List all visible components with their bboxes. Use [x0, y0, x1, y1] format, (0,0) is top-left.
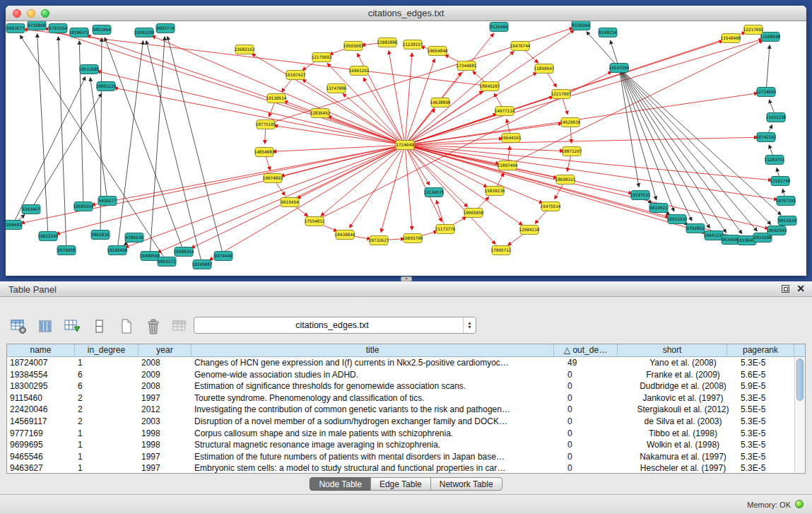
new-table-button[interactable] [116, 317, 137, 337]
table-row[interactable]: 969969511998Structural magnetic resonanc… [7, 439, 805, 451]
graph-node[interactable]: 16107427 [286, 71, 306, 80]
graph-node[interactable]: 19565683 [343, 42, 364, 51]
graph-node[interactable]: 9788539 [125, 233, 143, 243]
graph-node[interactable]: 18439844 [335, 230, 355, 240]
graph-node[interactable]: 17344081 [457, 62, 477, 71]
graph-node[interactable]: 14854083 [254, 148, 275, 157]
column-header-name[interactable]: name [7, 344, 75, 356]
graph-node[interactable]: 16476744 [510, 42, 531, 51]
table-settings-button[interactable] [8, 317, 30, 337]
table-row[interactable]: 911546021997Tourette syndrome. Phenomeno… [7, 392, 805, 404]
table-selector-combo[interactable]: citations_edges.txt ▲▼ [194, 317, 476, 334]
graph-node[interactable]: 10391209 [134, 28, 155, 37]
graph-node[interactable]: 16055709 [403, 234, 423, 243]
graph-node[interactable]: 9615454 [281, 198, 299, 207]
graph-node[interactable]: 19965958 [464, 209, 484, 218]
graph-node[interactable]: 16961262 [349, 66, 370, 76]
graph-node[interactable]: 9260493 [6, 221, 22, 230]
graph-node[interactable]: 12217092 [743, 25, 764, 35]
graph-node[interactable]: 10742102 [756, 133, 777, 142]
graph-node[interactable]: 15475514 [541, 202, 561, 211]
graph-node[interactable]: 19130514 [266, 94, 287, 103]
graph-node[interactable]: 15134575 [424, 188, 445, 197]
graph-node[interactable]: 11850547 [534, 64, 555, 74]
graph-node[interactable]: 12904118 [519, 226, 540, 235]
table-row[interactable]: 1830029562008Estimation of significance … [7, 380, 805, 392]
graph-node[interactable]: 12724693 [756, 88, 777, 97]
graph-node[interactable]: 9436277 [98, 197, 117, 206]
graph-node[interactable]: 11431238 [766, 113, 787, 122]
graph-node[interactable]: 17095712 [491, 246, 512, 255]
graph-node[interactable]: 10553310 [667, 215, 688, 224]
graph-node[interactable]: 9974449 [214, 252, 233, 261]
graph-node[interactable]: 9792554 [49, 24, 67, 33]
graph-node[interactable]: 10871297 [562, 147, 582, 156]
graph-node[interactable]: 15820236 [485, 187, 505, 196]
float-panel-icon[interactable] [782, 285, 789, 293]
graph-node[interactable]: 14977114 [495, 107, 515, 116]
tab-network-table[interactable]: Network Table [430, 477, 502, 491]
column-header-short[interactable]: short [618, 344, 727, 356]
tab-edge-table[interactable]: Edge Table [370, 477, 431, 491]
table-row[interactable]: 2242004622012Investigating the contribut… [7, 404, 805, 416]
graph-node[interactable]: 9862916 [91, 230, 110, 240]
graph-node[interactable]: 9811929 [778, 216, 796, 226]
graph-node[interactable]: 10197533 [630, 191, 651, 200]
graph-node[interactable]: 10861229 [96, 82, 117, 91]
graph-node[interactable]: 10585354 [73, 202, 94, 211]
panel-resize-handle[interactable]: ▾ [401, 276, 412, 281]
table-row[interactable]: 1938455462009Genome-wide association stu… [7, 369, 805, 381]
graph-node[interactable]: 1724049 [396, 141, 414, 150]
graph-node[interactable]: 20732627 [369, 236, 389, 245]
graph-node[interactable]: 12161748 [770, 177, 791, 186]
table-row[interactable]: 946554611997Estimation of the future num… [7, 451, 805, 463]
graph-node[interactable]: 11807404 [498, 161, 518, 170]
table-row[interactable]: 1456911722003Disruption of a novel membe… [7, 416, 805, 428]
graph-node[interactable]: 9735068 [28, 21, 46, 30]
apply-table-button[interactable] [62, 317, 83, 337]
column-header-pagerank[interactable]: pagerank [727, 344, 794, 356]
graph-node[interactable]: 8248214 [599, 28, 617, 37]
column-header-out-de[interactable]: △ out_de… [554, 344, 618, 356]
graph-node[interactable]: 9603774 [156, 24, 175, 33]
graph-node[interactable]: 22082886 [377, 38, 398, 47]
window-titlebar[interactable]: citations_edges.txt [6, 6, 806, 21]
graph-node[interactable]: 12836452 [310, 109, 331, 118]
graph-node[interactable]: 11548408 [721, 34, 741, 43]
graph-node[interactable]: 21173776 [435, 225, 456, 234]
scrollbar-thumb[interactable] [796, 358, 804, 401]
column-header-title[interactable]: title [192, 344, 554, 356]
graph-node[interactable]: 13747886 [326, 84, 347, 93]
graph-node[interactable]: 10502593 [767, 226, 787, 235]
tab-node-table[interactable]: Node Table [310, 477, 371, 491]
graph-node[interactable]: 12175093 [312, 53, 332, 62]
graph-node[interactable]: 18945207 [480, 82, 500, 91]
graph-node[interactable]: 16647294 [609, 64, 630, 73]
graph-node[interactable]: 10511685 [79, 65, 100, 74]
graph-node[interactable]: 10022344 [38, 232, 59, 241]
graph-node[interactable]: 10767355 [776, 197, 796, 206]
graph-node[interactable]: 8136404 [490, 23, 508, 32]
delete-table-button[interactable] [143, 317, 164, 337]
vertical-scrollbar[interactable] [794, 357, 805, 473]
graph-node[interactable]: 9891064 [93, 25, 111, 35]
graph-node[interactable]: 9819421 [649, 204, 668, 213]
table-row[interactable]: 1872400712008Changes of HCN gene express… [7, 357, 805, 369]
graph-node[interactable]: 9792862 [686, 224, 705, 233]
graph-node[interactable]: 9063677 [6, 24, 25, 33]
select-columns-button[interactable] [35, 317, 57, 337]
graph-node[interactable]: 10588354 [174, 247, 194, 257]
graph-node[interactable]: 16644161 [501, 134, 522, 143]
graph-node[interactable]: 9855372 [158, 257, 176, 267]
graph-node[interactable]: 14529939 [560, 118, 581, 127]
graph-node[interactable]: 17554811 [305, 217, 325, 226]
graph-node[interactable]: 18775105 [256, 120, 276, 129]
import-table-button[interactable] [170, 317, 191, 337]
graph-node[interactable]: 12217097 [551, 90, 572, 99]
graph-node[interactable]: 10196458 [107, 246, 128, 255]
graph-node[interactable]: 10196372 [69, 28, 90, 37]
table-row[interactable]: 977716911998Corpus callosum shape and si… [7, 428, 805, 440]
graph-node[interactable]: 14638090 [430, 98, 451, 107]
graph-node[interactable]: 21228157 [403, 40, 423, 49]
graph-node[interactable]: 11283751 [765, 156, 785, 165]
